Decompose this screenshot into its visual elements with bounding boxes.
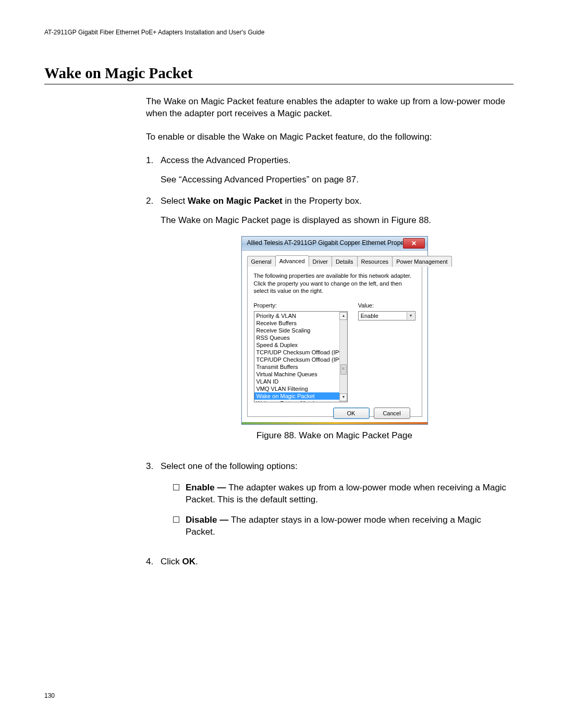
body: The Wake on Magic Packet feature enables… [146, 96, 508, 568]
page-title: Wake on Magic Packet [44, 65, 513, 84]
property-item[interactable]: RSS Queues [254, 334, 347, 341]
step-number: 3. [146, 461, 161, 547]
tab-power[interactable]: Power Management [392, 256, 451, 267]
scroll-track[interactable]: ≡ [340, 320, 347, 393]
dialog-body: General Advanced Driver Details Resource… [242, 251, 427, 423]
page: AT-2911GP Gigabit Fiber Ethernet PoE+ Ad… [0, 0, 563, 728]
checkbox-icon [173, 482, 186, 506]
step-1-line-b: See “Accessing Advanced Properties” on p… [161, 174, 508, 186]
step-1: 1. Access the Advanced Properties. See “… [146, 155, 508, 186]
options-list: Enable — The adapter wakes up from a low… [173, 482, 508, 538]
tab-general[interactable]: General [247, 256, 276, 267]
tab-details[interactable]: Details [332, 256, 358, 267]
dialog-accent-strip [242, 422, 427, 424]
step-number: 4. [146, 556, 161, 568]
properties-dialog: Allied Telesis AT-2911GP Gigabit Copper … [241, 236, 428, 425]
figure-caption: Figure 88. Wake on Magic Packet Page [161, 430, 508, 442]
property-item[interactable]: Wake on Magic Packet [254, 392, 347, 400]
scroll-down-icon[interactable]: ▾ [339, 393, 347, 401]
property-item[interactable]: Receive Buffers [254, 319, 347, 327]
chevron-down-icon[interactable]: ▾ [407, 312, 414, 319]
option-enable: Enable — The adapter wakes up from a low… [173, 482, 508, 506]
value-label: Value: [358, 302, 415, 310]
property-item[interactable]: Priority & VLAN [254, 312, 347, 319]
dialog-footer: OK Cancel [254, 402, 415, 419]
step-2-line-b: The Wake on Magic Packet page is display… [161, 215, 508, 227]
step-3-line-a: Select one of the following options: [161, 461, 508, 473]
tab-resources[interactable]: Resources [357, 256, 393, 267]
steps-list: 1. Access the Advanced Properties. See “… [146, 155, 508, 568]
intro-p1: The Wake on Magic Packet feature enables… [146, 96, 508, 120]
scroll-up-icon[interactable]: ▴ [339, 312, 347, 320]
step-2-line-a: Select Wake on Magic Packet in the Prope… [161, 195, 508, 207]
step-number: 2. [146, 195, 161, 452]
checkbox-icon [173, 514, 186, 538]
scroll-thumb[interactable]: ≡ [340, 364, 347, 375]
tab-driver[interactable]: Driver [309, 256, 332, 267]
option-disable: Disable — The adapter stays in a low-pow… [173, 514, 508, 538]
value-selected: Enable [361, 312, 378, 320]
property-item[interactable]: TCP/UDP Checksum Offload (IPv6 [254, 356, 347, 363]
close-icon[interactable]: ✕ [403, 238, 425, 249]
step-3: 3. Select one of the following options: … [146, 461, 508, 547]
dialog-tabs: General Advanced Driver Details Resource… [247, 255, 422, 267]
cancel-button[interactable]: Cancel [374, 408, 410, 419]
dialog-description: The following properties are available f… [254, 272, 415, 294]
listbox-scrollbar[interactable]: ▴ ≡ ▾ [339, 312, 347, 402]
tab-content-advanced: The following properties are available f… [247, 267, 422, 417]
property-item[interactable]: TCP/UDP Checksum Offload (IPv4 [254, 349, 347, 356]
property-item[interactable]: VLAN ID [254, 378, 347, 385]
dialog-titlebar: Allied Telesis AT-2911GP Gigabit Copper … [242, 237, 427, 251]
figure-88: Allied Telesis AT-2911GP Gigabit Copper … [161, 236, 508, 442]
property-item[interactable]: Speed & Duplex [254, 341, 347, 349]
property-item[interactable]: Wake on Pattern Match [254, 400, 347, 402]
page-number: 130 [44, 692, 55, 699]
running-header: AT-2911GP Gigabit Fiber Ethernet PoE+ Ad… [44, 29, 513, 36]
property-item[interactable]: VMQ VLAN Filtering [254, 385, 347, 392]
property-item[interactable]: Virtual Machine Queues [254, 371, 347, 378]
ok-button[interactable]: OK [333, 408, 370, 419]
property-item[interactable]: Receive Side Scaling [254, 327, 347, 334]
dialog-title: Allied Telesis AT-2911GP Gigabit Copper … [247, 239, 403, 247]
value-select[interactable]: Enable ▾ [358, 311, 415, 320]
step-2: 2. Select Wake on Magic Packet in the Pr… [146, 195, 508, 452]
step-1-line-a: Access the Advanced Properties. [161, 155, 508, 167]
tab-advanced[interactable]: Advanced [275, 255, 309, 267]
step-number: 1. [146, 155, 161, 186]
intro-p2: To enable or disable the Wake on Magic P… [146, 131, 508, 143]
property-label: Property: [254, 302, 348, 310]
property-item[interactable]: Transmit Buffers [254, 363, 347, 371]
property-listbox[interactable]: Priority & VLANReceive BuffersReceive Si… [254, 311, 348, 402]
step-4: 4. Click OK. [146, 556, 508, 568]
step-4-line-a: Click OK. [161, 556, 508, 568]
